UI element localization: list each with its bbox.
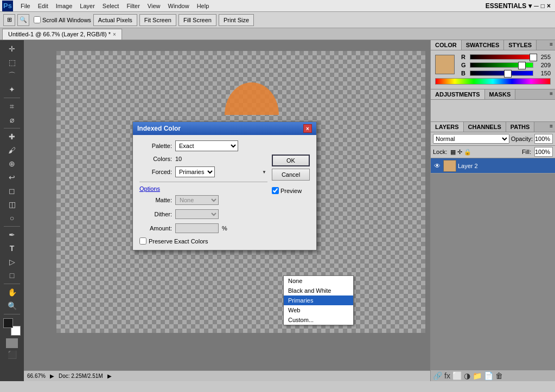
indexed-color-dialog[interactable]: Indexed Color × Palette: Exact Local (Pe…: [132, 121, 317, 250]
fill-input[interactable]: [534, 147, 553, 157]
path-tool[interactable]: ▷: [5, 255, 18, 268]
fit-screen-btn[interactable]: Fit Screen: [139, 14, 176, 26]
print-size-btn[interactable]: Print Size: [219, 14, 254, 26]
hand-tool[interactable]: ✋: [5, 286, 18, 299]
lock-pixels-icon[interactable]: ▦: [450, 149, 456, 156]
pen-tool[interactable]: ✒: [5, 228, 18, 241]
r-slider[interactable]: [470, 54, 533, 60]
dropdown-item-none[interactable]: None: [284, 276, 353, 286]
restore-btn[interactable]: □: [541, 2, 545, 10]
scroll-all-checkbox-label[interactable]: Scroll All Windows: [34, 16, 91, 23]
blending-mode-select[interactable]: Normal: [433, 134, 509, 144]
layer-row-2[interactable]: 👁 Layer 2: [431, 158, 555, 173]
tab-masks[interactable]: MASKS: [485, 89, 516, 99]
fx-btn[interactable]: fx: [444, 371, 450, 380]
zoom-tool[interactable]: 🔍: [5, 299, 18, 312]
history-tool[interactable]: ↩: [5, 171, 18, 184]
magic-wand-tool[interactable]: ✦: [5, 83, 18, 96]
add-mask-btn[interactable]: ⬜: [452, 371, 462, 380]
menu-edit[interactable]: Edit: [35, 2, 52, 10]
lock-all-icon[interactable]: 🔒: [464, 149, 471, 156]
dither-select[interactable]: [175, 209, 219, 219]
palette-select[interactable]: Exact Local (Perceptual) Local (Selectiv…: [175, 140, 238, 151]
menu-filter[interactable]: Filter: [123, 2, 143, 10]
eraser-tool[interactable]: ◻: [5, 184, 18, 197]
forced-dropdown[interactable]: None Black and White Primaries Web Custo…: [283, 275, 354, 325]
ok-btn[interactable]: OK: [272, 155, 310, 166]
dodge-tool[interactable]: ○: [5, 211, 18, 224]
main-color-swatch[interactable]: [435, 55, 455, 74]
quick-mask-btn[interactable]: [6, 338, 18, 348]
adj-layer-btn[interactable]: ◑: [464, 371, 470, 380]
menu-select[interactable]: Select: [99, 2, 123, 10]
cancel-btn[interactable]: Cancel: [272, 169, 310, 181]
shape-tool[interactable]: □: [5, 269, 18, 282]
delete-layer-btn[interactable]: 🗑: [495, 371, 503, 380]
preview-checkbox[interactable]: [272, 187, 279, 194]
dropdown-item-custom[interactable]: Custom...: [284, 315, 353, 325]
dialog-close-btn[interactable]: ×: [303, 124, 312, 133]
move-tool[interactable]: ✛: [5, 42, 18, 55]
layer-visibility-icon[interactable]: 👁: [433, 162, 442, 170]
link-layers-btn[interactable]: 🔗: [433, 371, 442, 380]
screen-mode-btn[interactable]: ⬛: [6, 350, 18, 359]
layers-panel-menu-btn[interactable]: ≡: [547, 122, 555, 132]
preserve-checkbox[interactable]: [139, 237, 146, 245]
zoom-icon[interactable]: 🔍: [17, 14, 29, 26]
heal-tool[interactable]: ✚: [5, 130, 18, 143]
close-btn[interactable]: ×: [547, 2, 551, 10]
amount-input[interactable]: [175, 223, 219, 233]
menu-image[interactable]: Image: [53, 2, 76, 10]
fill-screen-btn[interactable]: Fill Screen: [178, 14, 216, 26]
color-spectrum[interactable]: [435, 78, 551, 85]
matte-select[interactable]: None: [175, 195, 219, 205]
tab-layers[interactable]: LAYERS: [431, 122, 464, 132]
lasso-tool[interactable]: ⌒: [5, 69, 18, 82]
status-arrow-icon[interactable]: ▶: [50, 373, 54, 379]
eyedropper-tool[interactable]: ⌀: [5, 113, 18, 126]
clone-tool[interactable]: ⊕: [5, 157, 18, 170]
g-slider[interactable]: [470, 62, 533, 68]
r-thumb[interactable]: [530, 54, 537, 61]
doc-info-arrow-icon[interactable]: ▶: [107, 373, 112, 379]
dropdown-item-web[interactable]: Web: [284, 305, 353, 315]
brush-tool[interactable]: 🖌: [5, 144, 18, 157]
fg-color-swatch[interactable]: [3, 318, 13, 328]
tab-paths[interactable]: PATHS: [506, 122, 535, 132]
type-tool[interactable]: T: [5, 242, 18, 255]
menu-view[interactable]: View: [144, 2, 164, 10]
actual-pixels-btn[interactable]: Actual Pixels: [93, 14, 137, 26]
tab-adjustments[interactable]: ADJUSTMENTS: [431, 89, 485, 99]
new-group-btn[interactable]: 📁: [473, 371, 482, 380]
tab-channels[interactable]: CHANNELS: [464, 122, 506, 132]
document-tab[interactable]: Untitled-1 @ 66.7% (Layer 2, RGB/8) * ×: [2, 29, 122, 40]
options-label[interactable]: Options: [139, 185, 267, 192]
dropdown-item-bw[interactable]: Black and White: [284, 286, 353, 295]
forced-select[interactable]: Primaries: [175, 166, 215, 177]
menu-layer[interactable]: Layer: [76, 2, 98, 10]
adj-panel-menu-btn[interactable]: ≡: [547, 89, 555, 99]
g-thumb[interactable]: [518, 62, 526, 69]
opacity-input[interactable]: [534, 134, 553, 144]
select-rect-tool[interactable]: ⬚: [5, 56, 18, 69]
menu-window[interactable]: Window: [165, 2, 193, 10]
tab-color[interactable]: COLOR: [431, 40, 462, 50]
b-thumb[interactable]: [504, 70, 512, 78]
scroll-all-checkbox[interactable]: [34, 16, 41, 23]
view-icon[interactable]: ⊞: [3, 14, 15, 26]
tab-swatches[interactable]: SWATCHES: [462, 40, 505, 50]
color-panel-menu-btn[interactable]: ≡: [547, 40, 555, 50]
minimize-btn[interactable]: ─: [534, 2, 539, 10]
menu-file[interactable]: File: [17, 2, 34, 10]
dialog-body: Palette: Exact Local (Perceptual) Local …: [133, 135, 316, 250]
dropdown-item-primaries[interactable]: Primaries: [284, 295, 353, 305]
new-layer-btn[interactable]: 📄: [484, 371, 493, 380]
tab-close-btn[interactable]: ×: [113, 31, 116, 37]
lock-move-icon[interactable]: ✢: [457, 149, 462, 156]
menu-help[interactable]: Help: [194, 2, 213, 10]
crop-tool[interactable]: ⌗: [5, 100, 18, 113]
b-slider[interactable]: [470, 70, 533, 76]
tab-styles[interactable]: STYLES: [504, 40, 537, 50]
gradient-tool[interactable]: ◫: [5, 198, 18, 211]
essentials-dropdown-icon[interactable]: ▾: [528, 2, 532, 10]
